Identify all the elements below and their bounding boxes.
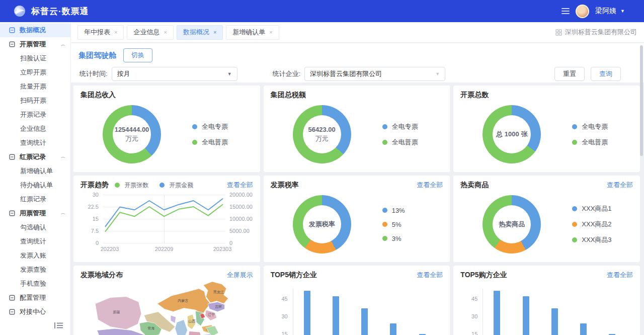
chevron-down-icon: ▼ xyxy=(227,71,232,76)
card-header: TOP5购方企业查看全部 xyxy=(460,271,633,280)
sidebar-item[interactable]: 对接中心 xyxy=(0,305,70,319)
menu-item-icon xyxy=(9,210,15,216)
bar xyxy=(523,296,529,335)
app-header: 标普云·数票通 梁阿姨 ▼ xyxy=(0,0,644,22)
tab-close-icon[interactable]: × xyxy=(213,30,216,35)
legend-dot xyxy=(115,183,120,188)
view-all-link[interactable]: 查看全部 xyxy=(417,271,443,280)
sidebar-collapse-icon[interactable] xyxy=(54,322,63,331)
y2-axis-tick: 15000.00 xyxy=(229,204,253,210)
sidebar-subitem[interactable]: 手机查验 xyxy=(0,277,70,291)
sidebar-subitem[interactable]: 企业信息 xyxy=(0,122,70,136)
card-hot-products: 热卖商品查看全部热卖商品XXX商品1XXX商品2XXX商品3 xyxy=(453,176,640,262)
switch-button[interactable]: 切换 xyxy=(123,48,152,62)
sidebar-subitem[interactable]: 发票入账 xyxy=(0,248,70,263)
legend-item[interactable]: 全电专票 xyxy=(192,122,228,131)
card-header: TOP5销方企业查看全部 xyxy=(271,271,443,280)
bar xyxy=(333,296,339,335)
x-axis-tick: 202303 xyxy=(213,246,232,252)
sidebar-subitem[interactable]: 待办确认单 xyxy=(0,178,70,192)
legend-item[interactable]: 全电普票 xyxy=(382,138,418,147)
time-select[interactable]: 按月▼ xyxy=(112,67,237,81)
view-all-link[interactable]: 查看全部 xyxy=(417,181,443,190)
donut-chart: 1254444.00万元 xyxy=(103,105,161,163)
legend-label: 全电专票 xyxy=(392,122,418,131)
sidebar-subitem[interactable]: 勾选确认 xyxy=(0,220,70,234)
legend-item[interactable]: 3% xyxy=(382,235,405,242)
sidebar-subitem[interactable]: 查询统计 xyxy=(0,234,70,248)
menu-item-icon xyxy=(9,295,15,301)
donut-chart: 热卖商品 xyxy=(482,195,541,254)
sidebar-item[interactable]: 数据概况 xyxy=(0,23,70,37)
map-label: 黑龙江 xyxy=(213,290,224,294)
legend-item[interactable]: XXX商品2 xyxy=(572,220,611,229)
tab-数据概况[interactable]: 数据概况× xyxy=(177,25,223,40)
sidebar-item[interactable]: 用票管理︿ xyxy=(0,206,70,220)
fullscreen-link[interactable]: 全屏展示 xyxy=(227,271,253,280)
map-region-江苏 xyxy=(206,326,219,335)
y-axis-tick: 45 xyxy=(462,296,477,302)
reset-button[interactable]: 重置 xyxy=(554,67,585,81)
y2-axis-tick: 20000.00 xyxy=(229,192,253,198)
tab-close-icon[interactable]: × xyxy=(269,30,272,35)
tab-新增确认单[interactable]: 新增确认单× xyxy=(226,25,279,40)
card-top-buyers: TOP5购方企业查看全部4530150 xyxy=(453,266,640,335)
menu-icon[interactable] xyxy=(561,8,570,14)
user-name[interactable]: 梁阿姨 xyxy=(595,7,616,16)
card-title: 热卖商品 xyxy=(460,181,489,190)
sidebar-subitem[interactable]: 扫脸认证 xyxy=(0,51,70,65)
tab-close-icon[interactable]: × xyxy=(114,30,117,35)
legend-item[interactable]: 全电专票 xyxy=(382,122,418,131)
sidebar-subitem[interactable]: 开票记录 xyxy=(0,108,70,122)
sidebar-subitem[interactable]: 红票记录 xyxy=(0,192,70,206)
view-all-link[interactable]: 查看全部 xyxy=(227,181,253,190)
x-axis-tick: 202209 xyxy=(155,246,174,252)
y-axis-tick: 15 xyxy=(462,331,477,335)
sidebar-item[interactable]: 开票管理︿ xyxy=(0,37,70,51)
company-select[interactable]: 深圳标普云集团有限公司▼ xyxy=(304,67,445,81)
legend-item[interactable]: 全电专票 xyxy=(572,122,608,131)
sidebar-subitem[interactable]: 立即开票 xyxy=(0,65,70,79)
trend-lines xyxy=(103,195,225,243)
legend-item[interactable]: XXX商品1 xyxy=(572,204,611,213)
legend-label: XXX商品2 xyxy=(582,220,611,229)
chart-legend: XXX商品1XXX商品2XXX商品3 xyxy=(572,204,611,244)
sidebar-item[interactable]: 配置管理 xyxy=(0,291,70,305)
chevron-down-icon: ▼ xyxy=(435,71,440,76)
tab-label: 企业信息 xyxy=(133,28,159,37)
scrollbar[interactable] xyxy=(640,45,643,156)
y-axis-tick: 30 xyxy=(80,192,99,198)
legend-item[interactable]: XXX商品3 xyxy=(572,235,611,244)
donut-chart: 总 1000 张 xyxy=(482,105,541,163)
sidebar-subitem[interactable]: 新增确认单 xyxy=(0,164,70,178)
legend-dot xyxy=(382,140,387,145)
query-button[interactable]: 查询 xyxy=(591,67,621,81)
sidebar-subitem[interactable]: 批量开票 xyxy=(0,79,70,94)
sidebar-subitem[interactable]: 扫码开票 xyxy=(0,94,70,108)
tab-close-icon[interactable]: × xyxy=(164,30,167,35)
tab-年中报表[interactable]: 年中报表× xyxy=(77,25,124,40)
view-all-link[interactable]: 查看全部 xyxy=(607,181,633,190)
legend-item[interactable]: 全电普票 xyxy=(572,138,608,147)
legend-label: 全电专票 xyxy=(202,122,228,131)
legend-item[interactable]: 13% xyxy=(382,207,405,214)
view-all-link[interactable]: 查看全部 xyxy=(607,271,633,280)
map-label: 吉林 xyxy=(215,305,222,309)
legend-item[interactable]: 开票张数 xyxy=(115,181,148,190)
sidebar-subitem[interactable]: 查询统计 xyxy=(0,136,70,150)
sidebar-item[interactable]: 红票记录︿ xyxy=(0,150,70,164)
sidebar-subitem[interactable]: 发票查验 xyxy=(0,263,70,277)
legend-item[interactable]: 开票金额 xyxy=(159,181,193,190)
chevron-down-icon[interactable]: ▼ xyxy=(620,9,625,14)
bar-chart: 4530150 xyxy=(460,282,633,335)
legend-item[interactable]: 全电普票 xyxy=(192,138,228,147)
donut-center-label: 1254444.00万元 xyxy=(113,115,151,153)
x-axis-tick: 202203 xyxy=(101,246,119,252)
donut-center-label: 发票税率 xyxy=(303,205,341,243)
avatar[interactable] xyxy=(576,5,589,18)
legend-dot xyxy=(382,208,387,213)
tab-label: 年中报表 xyxy=(84,28,110,37)
legend-item[interactable]: 5% xyxy=(382,221,405,228)
legend-dot xyxy=(572,222,577,227)
tab-企业信息[interactable]: 企业信息× xyxy=(127,25,173,40)
